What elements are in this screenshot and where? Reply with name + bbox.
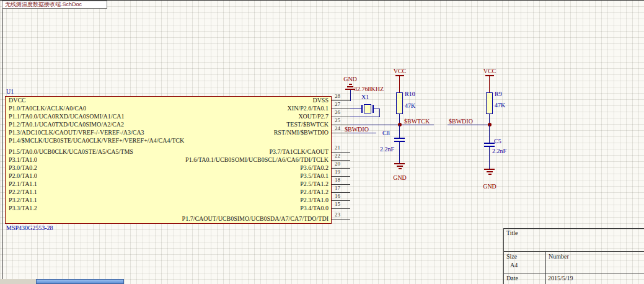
r10-value[interactable]: 47K bbox=[405, 102, 415, 110]
pin-number: 20 bbox=[335, 161, 340, 167]
r10-designator[interactable]: R10 bbox=[405, 91, 415, 98]
gnd-c8-bar1 bbox=[394, 163, 405, 164]
wire-c8-top bbox=[399, 125, 400, 138]
pin-number: 23 bbox=[335, 211, 340, 218]
pin-name-left: P3.3/TA1.2 bbox=[9, 205, 37, 212]
gnd-label-c8[interactable]: GND bbox=[391, 174, 408, 182]
pin-number: 25 bbox=[335, 117, 340, 123]
pin-name-left: P1.3/ADC10CLK/CAOUT/VREF-/-VEREF-/A3/CA3 bbox=[9, 129, 144, 136]
pin-name-left: P1.1/TA0.0/UCA0RXD/UCA0SOMI/A1/CA1 bbox=[9, 113, 124, 120]
vcc-stem-left bbox=[399, 76, 400, 92]
pin-stub bbox=[332, 219, 350, 220]
pin-number: 28 bbox=[335, 93, 340, 99]
pin-name-right: P1.7/CAOUT/UCB0SIMO/UCB0SDA/A7/CA7/TDO/T… bbox=[155, 215, 329, 223]
crystal-value[interactable]: 32.768KHZ bbox=[354, 86, 384, 93]
net-label-bwdio-right[interactable]: $BWDIO bbox=[449, 118, 473, 125]
wire-xin bbox=[350, 109, 362, 109]
pin-name-left: P3.1/TA1.0 bbox=[9, 156, 37, 164]
vcc-label-right[interactable]: VCC bbox=[481, 68, 498, 75]
vcc-label-left[interactable]: VCC bbox=[391, 68, 408, 75]
titleblock-number-label: Number bbox=[549, 253, 569, 260]
pin-name-right: P2.5/TA1.2 bbox=[155, 180, 329, 188]
document-tab[interactable]: 无线测温度数据接收端.SchDoc bbox=[2, 1, 107, 9]
titleblock-line-bottom bbox=[503, 273, 644, 273]
titleblock-line-col bbox=[545, 251, 546, 284]
wire-c8-bottom bbox=[399, 142, 400, 163]
scrollbar-thumb[interactable] bbox=[36, 279, 124, 284]
r9-designator[interactable]: R9 bbox=[495, 91, 502, 98]
pin-name-right: P1.6/TA0.1/UCB0SOMI/UCB0SCL/A6/CA6/TDI/T… bbox=[155, 156, 329, 164]
cap-c8-plate1[interactable] bbox=[394, 138, 405, 139]
wire-c5-top bbox=[489, 125, 490, 143]
pin-name-right: P3.6/TA0.2 bbox=[155, 164, 329, 172]
c5-designator[interactable]: C5 bbox=[494, 138, 501, 145]
pin-number: 16 bbox=[335, 193, 340, 199]
junction-bwdio bbox=[488, 123, 492, 126]
pin-name-left: P2.0/TA1.0 bbox=[9, 172, 37, 180]
pin-stub bbox=[332, 208, 350, 209]
pin-name-right: P3.7/TA1CLK/CAOUT bbox=[155, 148, 329, 156]
junction-bwtck bbox=[398, 123, 402, 126]
resistor-r9-body[interactable] bbox=[486, 92, 493, 114]
pin-name-right: DVSS bbox=[155, 97, 329, 104]
pin-name-right: XOUT/P2.7 bbox=[155, 113, 329, 120]
pin-name-left: P1.2/TA0.1/UCA0TXD/UCA0SIMO/A2/CA2 bbox=[9, 121, 124, 128]
pin-number: 15 bbox=[335, 201, 340, 207]
titleblock-title-label: Title bbox=[506, 229, 518, 237]
chip-part-number[interactable]: MSP430G2553-28 bbox=[6, 224, 53, 232]
pin-number: 21 bbox=[335, 144, 340, 151]
cap-c5-plate1[interactable] bbox=[484, 143, 495, 144]
pin-name-right: RST/NMI/$BWTDIO bbox=[155, 129, 329, 136]
gnd-top-bar2 bbox=[347, 86, 353, 87]
pin-number: 24 bbox=[335, 125, 340, 131]
pin-name-left: P2.1/TA1.1 bbox=[9, 180, 37, 188]
crystal-body[interactable] bbox=[364, 104, 371, 113]
gnd-top-bar3 bbox=[349, 84, 352, 85]
gnd-c8-bar2 bbox=[397, 166, 403, 167]
gnd-c5-bar3 bbox=[488, 174, 492, 175]
titleblock-line-left bbox=[503, 228, 504, 284]
c8-value[interactable]: 2.2nF bbox=[380, 146, 394, 153]
wire-xout bbox=[350, 117, 380, 117]
vcc-stem-right bbox=[489, 76, 490, 92]
pin-number: 26 bbox=[335, 109, 340, 115]
schematic-canvas: 无线测温度数据接收端.SchDoc U1 MSP430G2553-28 DVCC… bbox=[0, 0, 644, 284]
titleblock-date-label: Date bbox=[506, 275, 518, 282]
crystal-plate-left bbox=[361, 105, 363, 113]
pin-name-right: P3.5/TA0.1 bbox=[155, 172, 329, 180]
r9-value[interactable]: 47K bbox=[495, 102, 505, 109]
vcc-bar-right bbox=[485, 75, 494, 76]
gnd-c5-bar2 bbox=[487, 171, 493, 172]
net-label-bwtck[interactable]: $BWTCK bbox=[404, 118, 430, 125]
titleblock-line-top bbox=[503, 228, 644, 229]
crystal-designator[interactable]: X1 bbox=[361, 94, 369, 101]
gnd-c8-bar3 bbox=[399, 168, 402, 169]
pin-name-left: P3.2/TA1.1 bbox=[9, 197, 37, 204]
pin-name-left: DVCC bbox=[9, 97, 26, 104]
pin-name-left: P2.2/TA1.1 bbox=[9, 189, 37, 196]
pin-number: 17 bbox=[335, 185, 340, 191]
titleblock-line-mid bbox=[503, 251, 644, 252]
c8-designator[interactable]: C8 bbox=[382, 130, 390, 137]
resistor-r10-body[interactable] bbox=[396, 92, 403, 114]
wire-crystal-down bbox=[379, 109, 380, 117]
pin-name-right: TEST/$BWTCK bbox=[155, 121, 329, 128]
pin-name-right: P2.3/TA1.0 bbox=[155, 197, 329, 204]
wire-c5-bottom bbox=[489, 147, 490, 169]
net-label-bwdio-pin[interactable]: $BWDIO bbox=[345, 126, 369, 133]
c5-value[interactable]: 2.2nF bbox=[492, 148, 506, 155]
chip-designator[interactable]: U1 bbox=[6, 88, 14, 95]
pin-name-right: XIN/P2.6/TA0.1 bbox=[155, 105, 329, 112]
pin-number: 18 bbox=[335, 177, 340, 183]
pin-name-left: P3.0/TA0.2 bbox=[9, 164, 37, 172]
titleblock-date-value: 2015/5/19 bbox=[548, 275, 573, 282]
titleblock-size-value: A4 bbox=[510, 262, 518, 269]
vcc-bar-left bbox=[395, 75, 404, 76]
gnd-c5-bar1 bbox=[484, 169, 495, 170]
pin-name-left: P1.5/TA0.0/UCB0CLK/UCA0STE/A5/CA5/TMS bbox=[9, 148, 133, 156]
gnd-label-c5[interactable]: GND bbox=[481, 183, 498, 190]
pin-number: 19 bbox=[335, 169, 340, 175]
wire-pin28-gnd bbox=[350, 90, 351, 101]
gnd-label-top[interactable]: GND bbox=[342, 76, 359, 83]
pin-name-left: P1.0/TA0CLK/ACLK/A0/CA0 bbox=[9, 105, 86, 112]
